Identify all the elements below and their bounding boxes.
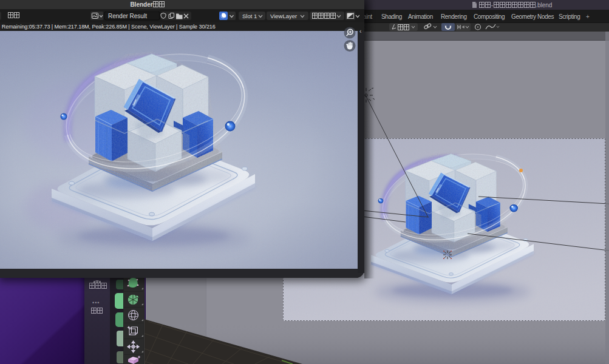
svg-text:ViewLayer: ViewLayer [270,13,297,19]
svg-text:Render Result: Render Result [108,13,147,19]
svg-text:Slot 1: Slot 1 [242,13,257,19]
